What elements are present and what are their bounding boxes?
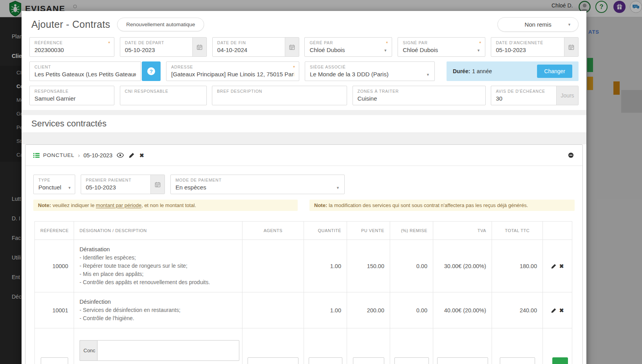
service-remise: 0.00: [390, 240, 433, 292]
auto-renewal-button[interactable]: Renouvellement automatique: [117, 18, 204, 31]
service-description: Désinfection - Services de désinfection …: [74, 292, 242, 328]
duree-value: 1 année: [472, 68, 492, 74]
calendar-icon[interactable]: [564, 38, 578, 56]
gere-par-select[interactable]: GÉRÉ PAR Chloé Dubois * ▼: [304, 37, 392, 57]
signe-par-value: Chloé Dubois: [403, 47, 480, 53]
premier-paiement-label: PREMIER PAIEMENT: [86, 178, 146, 182]
new-remise-input[interactable]: [394, 357, 429, 364]
type-value: Ponctuel: [38, 184, 70, 191]
calendar-icon[interactable]: [192, 38, 206, 56]
avis-echeance-label: AVIS DE D'ÉCHÉANCE: [496, 89, 554, 94]
new-pu-input[interactable]: [353, 357, 384, 364]
x-icon: ✖: [559, 263, 564, 269]
eye-icon: [117, 153, 124, 158]
date-depart-field[interactable]: DATE DE DÉPART 05-10-2023: [120, 37, 207, 57]
add-service-button[interactable]: [552, 357, 568, 364]
edit-service-button[interactable]: [128, 153, 135, 158]
question-mark-icon: ?: [147, 67, 155, 75]
pencil-icon: [129, 153, 134, 158]
service-desc-line: - Services de désinfection en restaurant…: [80, 306, 237, 314]
service-desc-line: - Repérer toute trace de rongeurs sur le…: [80, 262, 237, 270]
siege-associe-select[interactable]: SIÈGE ASSOCIÉ Le Monde de la 3 DDD (Pari…: [305, 61, 435, 81]
date-anciennete-field[interactable]: DATE D'ANCIENNETÉ 05-10-2023: [491, 37, 579, 57]
service-total: 240.00: [492, 292, 543, 328]
service-desc-line: - Contrôle de l'higiène.: [80, 314, 237, 323]
services-table: RÉFÉRENCE DÉSIGNATION / DESCRIPTION AGEN…: [34, 221, 572, 364]
chevron-down-icon: ▼: [336, 186, 340, 190]
service-total: 180.00: [492, 240, 543, 292]
service-tva: 40.00€ (20.00%): [433, 292, 492, 328]
duree-box: Durée: 1 année Changer: [447, 61, 579, 81]
service-date: 05-10-2023: [83, 152, 112, 159]
type-select[interactable]: TYPE Ponctuel ▼: [33, 175, 75, 194]
gere-par-value: Chloé Dubois: [309, 47, 387, 53]
gere-par-label: GÉRÉ PAR: [309, 40, 387, 45]
view-service-button[interactable]: [116, 153, 125, 158]
reference-label: RÉFÉRENCE: [34, 40, 109, 45]
date-fin-label: DATE DE FIN: [217, 40, 281, 45]
new-tva-input[interactable]: [437, 357, 488, 364]
client-select[interactable]: CLIENT Les Petits Gateaux (Les Petits Ga…: [29, 61, 141, 81]
x-icon: ✖: [139, 152, 144, 159]
bref-description-field[interactable]: BREF DESCRIPTION: [212, 86, 347, 105]
new-designation-input[interactable]: [97, 340, 239, 361]
collapse-panel-button[interactable]: [567, 152, 575, 158]
service-title: Dératisation: [80, 245, 237, 254]
note-text: la modification des services qui sont so…: [329, 202, 528, 208]
breadcrumb-chevron-icon: ›: [78, 152, 80, 159]
col-agents: AGENTS: [242, 222, 304, 240]
service-description: Dératisation - Identifier les espèces; -…: [74, 240, 242, 292]
changer-button[interactable]: Changer: [537, 65, 572, 78]
new-quantity-input[interactable]: [309, 357, 342, 364]
calendar-icon[interactable]: [285, 38, 299, 56]
mode-paiement-select[interactable]: MODE DE PAIEMENT En espèces ▼: [170, 175, 345, 194]
avis-echeance-field[interactable]: AVIS DE D'ÉCHÉANCE 30 Jours: [491, 86, 579, 105]
delete-row-button[interactable]: ✖: [559, 307, 565, 314]
mode-paiement-label: MODE DE PAIEMENT: [175, 178, 340, 182]
client-help-button[interactable]: ?: [142, 61, 161, 81]
col-remise: (%) REMISE: [390, 222, 433, 240]
edit-row-button[interactable]: [550, 308, 557, 313]
service-qty: 1.00: [304, 292, 347, 328]
zones-a-traiter-field[interactable]: ZONES À TRAITER Cuisine: [353, 86, 486, 105]
adresse-field[interactable]: ADRESSE [Gateaux Principaux] Rue Linois …: [166, 61, 299, 81]
calendar-icon[interactable]: [150, 175, 165, 194]
responsable-label: RESPONSABLE: [34, 89, 109, 94]
edit-row-button[interactable]: [550, 264, 557, 269]
delete-service-button[interactable]: ✖: [139, 152, 145, 159]
required-marker: *: [386, 40, 388, 46]
minus-circle-icon: [568, 152, 574, 158]
avis-echeance-value: 30: [496, 95, 554, 102]
status-select[interactable]: Non remis ▼: [497, 17, 579, 32]
new-reference-input[interactable]: [41, 357, 68, 364]
pencil-icon: [551, 308, 556, 313]
new-agents-input[interactable]: [248, 357, 298, 364]
col-reference: RÉFÉRENCE: [35, 222, 74, 240]
chevron-down-icon: ▼: [68, 186, 71, 190]
premier-paiement-field[interactable]: PREMIER PAIEMENT 05-10-2023: [81, 175, 165, 194]
service-pu: 200.00: [347, 292, 390, 328]
date-fin-field[interactable]: DATE DE FIN 04-10-2024: [212, 37, 299, 57]
chevron-down-icon: ▼: [568, 23, 571, 27]
required-marker: *: [108, 40, 110, 46]
duree-label: Durée:: [453, 68, 470, 74]
delete-row-button[interactable]: ✖: [559, 263, 565, 269]
col-total-ttc: TOTAL TTC: [492, 222, 543, 240]
chevron-down-icon: ▼: [383, 49, 387, 52]
new-total-input[interactable]: [500, 357, 535, 364]
table-header-row: RÉFÉRENCE DÉSIGNATION / DESCRIPTION AGEN…: [35, 222, 572, 240]
signe-par-select[interactable]: SIGNÉ PAR Chloé Dubois * ▼: [398, 37, 485, 57]
status-select-value: Non remis: [524, 21, 551, 28]
services-section: Services contractés: [22, 110, 586, 144]
service-ref: 10001: [35, 292, 74, 328]
chevron-down-icon: ▼: [477, 49, 480, 52]
date-anciennete-value: 05-10-2023: [496, 47, 560, 53]
jours-suffix: Jours: [556, 86, 578, 105]
cni-responsable-field[interactable]: CNI RESPONSABLE: [120, 86, 207, 105]
row-actions: ✖: [543, 240, 572, 292]
responsable-field[interactable]: RESPONSABLE Samuel Garnier: [29, 86, 114, 105]
reference-field[interactable]: RÉFÉRENCE 202300030 *: [29, 37, 114, 57]
client-value: Les Petits Gateaux (Les Petits Gateaux): [34, 71, 136, 77]
date-fin-value: 04-10-2024: [217, 47, 281, 53]
col-actions: [543, 222, 572, 240]
